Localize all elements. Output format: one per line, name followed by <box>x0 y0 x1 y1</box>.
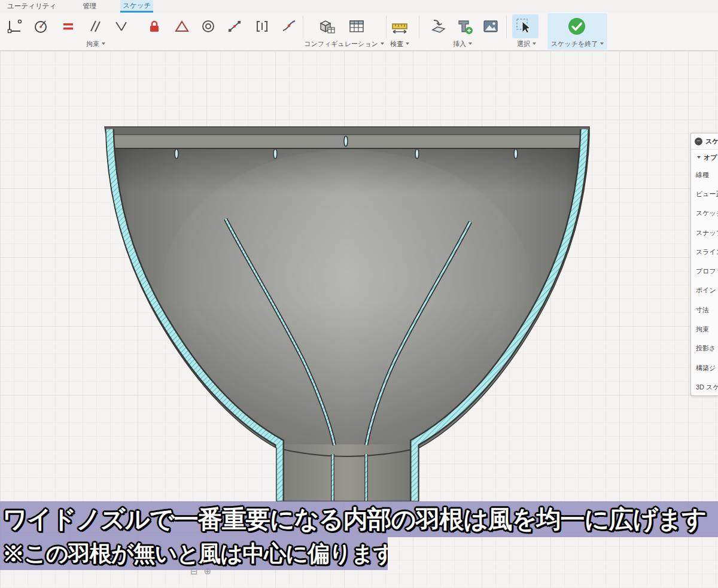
tab-manage[interactable]: 管理 <box>80 0 99 13</box>
midpoint-constraint-icon[interactable] <box>251 16 273 37</box>
subtitle-line-1: ワイドノズルで一番重要になる内部の羽根は風を均一に広げます <box>0 501 718 537</box>
insert-image-icon[interactable] <box>480 16 501 37</box>
chevron-down-icon <box>533 42 536 45</box>
funnel-neck <box>276 444 419 501</box>
circle-tool-icon[interactable] <box>30 16 51 37</box>
insert-canvas-icon[interactable] <box>454 16 475 37</box>
chevron-down-icon <box>600 42 604 45</box>
chevron-down-icon <box>697 156 701 159</box>
sketch-palette-title: スケッ <box>705 137 718 146</box>
funnel-rim-top <box>105 127 589 135</box>
configuration-table-icon[interactable] <box>346 16 367 37</box>
panel-collapse-icon[interactable]: − <box>695 138 702 145</box>
toolbar-separator <box>303 16 303 38</box>
parallel-constraint-icon[interactable] <box>84 16 105 37</box>
finish-sketch-check-icon[interactable] <box>566 16 588 37</box>
measure-icon[interactable] <box>389 16 410 37</box>
toolbar-separator <box>506 16 507 38</box>
insert-derive-icon[interactable] <box>427 16 449 37</box>
sketch-palette: − スケッ オプ 線種 ビュー正 スケッチ スナップ スライス プロファ ポイン… <box>690 133 718 396</box>
palette-item-linetype[interactable]: 線種 <box>691 165 718 184</box>
rim-slot-center <box>344 136 348 147</box>
palette-item-snap[interactable]: スナップ <box>691 223 718 242</box>
lock-constraint-icon[interactable] <box>144 16 165 37</box>
palette-item-dimensions[interactable]: 寸法 <box>691 300 718 319</box>
perpendicular-constraint-icon[interactable] <box>110 16 132 37</box>
sketch-palette-header: − スケッ <box>691 133 718 150</box>
select-cursor-icon[interactable] <box>513 16 535 37</box>
palette-item-slice[interactable]: スライス <box>691 242 718 261</box>
line-tool-icon[interactable] <box>4 16 25 37</box>
equal-constraint-icon[interactable] <box>57 16 79 37</box>
palette-item-3d-sketch[interactable]: 3D スケ <box>691 377 718 396</box>
palette-item-construction[interactable]: 構築ジ <box>691 358 718 377</box>
toolbar-separator <box>419 16 419 38</box>
model-viewport[interactable]: ⊟ ⊕ − スケッ オプ 線種 ビュー正 スケッチ スナップ スライス プロファ… <box>0 51 718 588</box>
rim-slot <box>514 149 518 159</box>
palette-item-constraints[interactable]: 拘束 <box>691 319 718 339</box>
chevron-down-icon <box>102 42 105 45</box>
palette-item-sketch-grid[interactable]: スケッチ <box>691 204 718 223</box>
rim-slot <box>175 149 178 159</box>
polygon-triangle-icon[interactable] <box>171 16 193 37</box>
palette-item-profile[interactable]: プロファ <box>691 261 718 281</box>
symmetry-constraint-icon[interactable] <box>224 16 245 37</box>
tab-sketch[interactable]: スケッチ <box>120 0 153 13</box>
palette-options-header[interactable]: オプ <box>691 150 718 165</box>
insert-dropdown[interactable]: 挿入 <box>443 38 482 49</box>
ribbon-tabbar: ユーティリティ 管理 スケッチ <box>0 0 718 13</box>
chevron-down-icon <box>468 42 472 45</box>
tab-utility[interactable]: ユーティリティ <box>5 0 59 13</box>
palette-item-look-at[interactable]: ビュー正 <box>691 184 718 203</box>
palette-item-points[interactable]: ポイント <box>691 281 718 300</box>
inspect-dropdown[interactable]: 検査 <box>380 38 419 49</box>
select-dropdown[interactable]: 選択 <box>507 38 546 49</box>
finish-sketch-dropdown[interactable]: スケッチを終了 <box>547 38 607 49</box>
palette-item-projected[interactable]: 投影さ <box>691 339 718 358</box>
chevron-down-icon <box>406 42 409 45</box>
configuration-icon[interactable] <box>316 16 337 37</box>
rim-slot <box>273 149 277 159</box>
subtitle-line-2: ※この羽根が無いと風は中心に偏ります <box>0 537 388 570</box>
curvature-constraint-icon[interactable] <box>278 16 299 37</box>
main-toolbar: ユーティリティ 管理 スケッチ <box>0 0 718 51</box>
concentric-constraint-icon[interactable] <box>197 16 219 37</box>
constraints-dropdown[interactable]: 拘束 <box>72 38 120 49</box>
toolbar-separator <box>386 16 387 38</box>
rim-slot <box>415 149 419 159</box>
configuration-dropdown[interactable]: コンフィギュレーション <box>299 38 389 49</box>
